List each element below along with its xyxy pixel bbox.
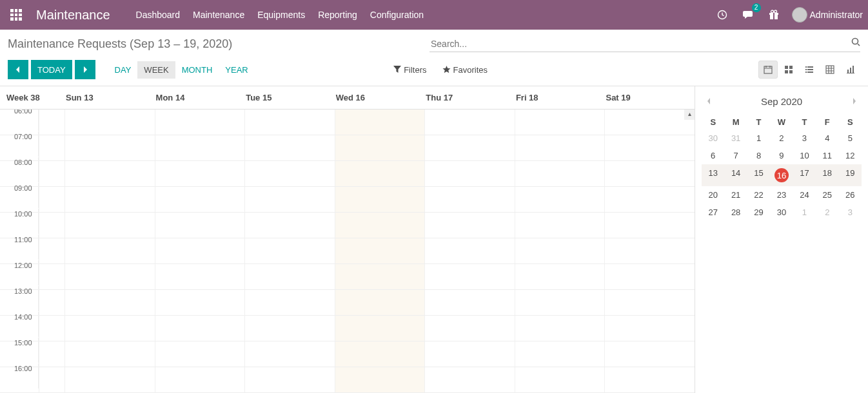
calendar-cell[interactable] [335,161,425,186]
calendar-cell[interactable] [155,187,245,212]
mini-day[interactable]: 14 [724,164,747,186]
calendar-cell[interactable] [424,238,515,264]
calendar-cell[interactable] [604,290,695,315]
calendar-cell[interactable] [155,135,245,160]
calendar-cell[interactable] [155,341,245,367]
calendar-cell[interactable] [155,264,245,289]
calendar-cell[interactable] [335,110,425,135]
mini-day[interactable]: 16 [770,164,793,186]
calendar-cell[interactable] [244,110,335,135]
mini-day[interactable]: 9 [770,147,793,164]
mini-day[interactable]: 2 [770,129,793,147]
mini-day[interactable]: 24 [793,186,816,204]
user-menu[interactable]: Administrator [792,7,863,23]
calendar-cell[interactable] [244,316,335,341]
search-input[interactable] [429,36,860,52]
nav-item-maintenance[interactable]: Maintenance [193,10,244,20]
calendar-cell[interactable] [155,290,245,315]
calendar-cell[interactable] [64,341,155,367]
mini-next-month[interactable] [847,94,862,108]
calendar-cell[interactable] [244,238,335,264]
calendar-cell[interactable] [424,161,515,186]
calendar-cell[interactable] [64,367,155,392]
calendar-cell[interactable] [424,135,515,160]
nav-item-configuration[interactable]: Configuration [370,10,424,20]
mini-day[interactable]: 22 [747,186,770,204]
calendar-cell[interactable] [244,135,335,160]
scale-day-button[interactable]: DAY [108,61,138,79]
calendar-cell[interactable] [424,187,515,212]
mini-day[interactable]: 25 [816,186,838,204]
calendar-cell[interactable] [155,367,245,392]
calendar-cell[interactable] [335,290,425,315]
calendar-cell[interactable] [604,135,695,160]
calendar-cell[interactable] [244,161,335,186]
calendar-cell[interactable] [244,341,335,367]
calendar-cell[interactable] [244,213,335,238]
mini-day[interactable]: 1 [793,204,816,221]
calendar-cell[interactable] [335,135,425,160]
mini-day[interactable]: 27 [702,204,724,221]
mini-day[interactable]: 5 [839,129,862,147]
calendar-cell[interactable] [424,316,515,341]
calendar-cell[interactable] [515,341,605,367]
view-graph-button[interactable] [841,61,860,79]
calendar-cell[interactable] [604,213,695,238]
mini-day[interactable]: 6 [702,147,724,164]
mini-day[interactable]: 2 [816,204,838,221]
search-icon[interactable] [851,37,860,46]
mini-day[interactable]: 30 [702,129,724,147]
scale-month-button[interactable]: MONTH [175,61,219,79]
calendar-cell[interactable] [604,367,695,392]
mini-day[interactable]: 30 [770,204,793,221]
brand-title[interactable]: Maintenance [36,8,110,23]
mini-day[interactable]: 1 [747,129,770,147]
mini-day[interactable]: 17 [793,164,816,186]
view-kanban-button[interactable] [779,61,798,79]
calendar-cell[interactable] [604,264,695,289]
mini-day[interactable]: 3 [839,204,862,221]
mini-day[interactable]: 18 [816,164,838,186]
mini-day[interactable]: 10 [793,147,816,164]
mini-day[interactable]: 13 [702,164,724,186]
gift-icon[interactable] [766,7,782,23]
calendar-cell[interactable] [424,213,515,238]
mini-day[interactable]: 28 [724,204,747,221]
calendar-cell[interactable] [604,316,695,341]
nav-item-dashboard[interactable]: Dashboard [136,10,181,20]
clock-icon[interactable] [715,7,730,23]
nav-item-equipments[interactable]: Equipments [257,10,305,20]
calendar-cell[interactable] [515,367,605,392]
calendar-cell[interactable] [335,316,425,341]
next-button[interactable] [75,60,95,79]
calendar-cell[interactable] [64,161,155,186]
prev-button[interactable] [8,60,28,79]
calendar-cell[interactable] [515,290,605,315]
mini-day[interactable]: 26 [839,186,862,204]
calendar-cell[interactable] [244,187,335,212]
calendar-cell[interactable] [64,238,155,264]
calendar-cell[interactable] [515,135,605,160]
mini-day[interactable]: 21 [724,186,747,204]
mini-day[interactable]: 7 [724,147,747,164]
calendar-cell[interactable] [155,110,245,135]
scale-week-button[interactable]: WEEK [137,61,175,79]
calendar-cell[interactable] [515,238,605,264]
calendar-cell[interactable] [64,187,155,212]
calendar-cell[interactable] [424,341,515,367]
calendar-cell[interactable] [604,161,695,186]
calendar-cell[interactable] [515,316,605,341]
mini-day[interactable]: 31 [724,129,747,147]
calendar-cell[interactable] [335,341,425,367]
calendar-cell[interactable] [424,367,515,392]
calendar-cell[interactable] [64,110,155,135]
mini-day[interactable]: 4 [816,129,838,147]
calendar-cell[interactable] [64,135,155,160]
mini-day[interactable]: 29 [747,204,770,221]
calendar-cell[interactable] [604,238,695,264]
today-button[interactable]: TODAY [31,60,72,79]
mini-day[interactable]: 12 [839,147,862,164]
mini-day[interactable]: 20 [702,186,724,204]
apps-menu-icon[interactable] [5,4,27,26]
calendar-cell[interactable] [515,110,605,135]
